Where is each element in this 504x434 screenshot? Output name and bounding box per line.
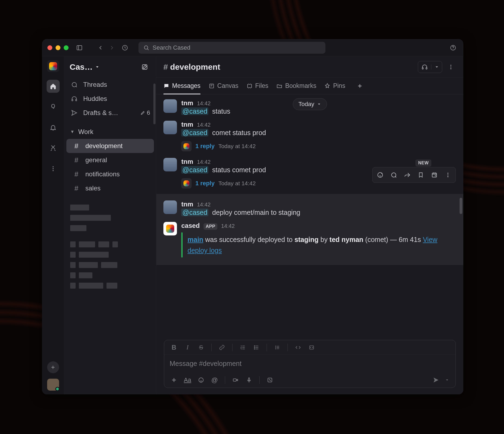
bullet-list-button[interactable]: [251, 342, 262, 353]
send-button[interactable]: [430, 374, 442, 386]
reply-count[interactable]: 1 reply: [195, 180, 215, 187]
automations-tab[interactable]: [47, 142, 60, 155]
app-message[interactable]: cased APP 14:42 main was successfully de…: [156, 219, 463, 260]
message-list: Today tnm 14:42 @cased status: [156, 94, 463, 337]
svg-rect-10: [72, 99, 73, 101]
app-avatar[interactable]: [163, 222, 177, 235]
composer-action-row: Aa @: [164, 372, 455, 388]
tab-files[interactable]: Files: [247, 78, 269, 94]
help-button[interactable]: [448, 43, 458, 53]
channel-title[interactable]: # development: [163, 62, 220, 72]
huddle-button[interactable]: [418, 61, 442, 73]
svg-point-24: [254, 347, 255, 348]
link-button[interactable]: [217, 342, 227, 353]
svg-point-25: [254, 349, 255, 349]
message-author[interactable]: cased: [181, 222, 200, 229]
send-options-button[interactable]: [443, 374, 451, 386]
audio-button[interactable]: [244, 375, 254, 385]
emoji-button[interactable]: [196, 375, 206, 385]
message-time: 14:42: [197, 202, 211, 208]
sidebar-section-work[interactable]: ▼ Work: [64, 125, 156, 139]
sidebar-scrollbar[interactable]: [153, 84, 156, 124]
tab-bookmarks[interactable]: Bookmarks: [276, 78, 316, 94]
message-author[interactable]: tnm: [181, 99, 193, 107]
more-actions-button[interactable]: [441, 168, 454, 181]
mention[interactable]: @cased: [181, 107, 208, 115]
composer-input[interactable]: Message #development: [164, 355, 455, 372]
thread-summary[interactable]: 1 reply Today at 14:42: [156, 139, 463, 155]
avatar[interactable]: [163, 158, 177, 171]
sidebar-toggle-icon[interactable]: [75, 43, 84, 53]
workspace-avatar[interactable]: [47, 60, 59, 72]
message-author[interactable]: tnm: [181, 158, 193, 165]
mention[interactable]: @cased: [181, 166, 208, 174]
share-button[interactable]: [401, 168, 414, 181]
ordered-list-button[interactable]: [237, 342, 248, 353]
chevron-down-icon[interactable]: [431, 65, 442, 69]
italic-button[interactable]: I: [182, 342, 193, 353]
blockquote-button[interactable]: [272, 342, 283, 353]
tab-canvas[interactable]: Canvas: [209, 78, 238, 94]
channel-notifications[interactable]: # notifications: [66, 167, 154, 181]
avatar[interactable]: [163, 99, 177, 113]
forward-button[interactable]: [107, 43, 117, 53]
shortcuts-button[interactable]: [264, 375, 275, 385]
hash-icon: #: [72, 142, 80, 150]
channel-sales[interactable]: # sales: [66, 181, 154, 195]
channel-general[interactable]: # general: [66, 153, 154, 167]
mention[interactable]: @cased: [181, 209, 208, 216]
mention[interactable]: @cased: [181, 129, 208, 136]
code-button[interactable]: [293, 342, 303, 353]
sidebar-item-label: Drafts & s…: [83, 109, 118, 117]
codeblock-button[interactable]: [306, 342, 317, 353]
close-window-button[interactable]: [47, 45, 52, 50]
attach-button[interactable]: [169, 375, 179, 385]
chevron-down-icon: [95, 65, 100, 69]
bookmark-button[interactable]: [414, 168, 427, 181]
formatting-toggle-button[interactable]: Aa: [182, 375, 193, 385]
activity-tab[interactable]: [47, 121, 60, 134]
add-reaction-button[interactable]: [374, 168, 387, 181]
zoom-window-button[interactable]: [64, 45, 69, 50]
deploy-branch-link[interactable]: main: [188, 236, 203, 243]
message-scrollbar[interactable]: [460, 198, 462, 214]
more-tab[interactable]: [47, 162, 60, 175]
channel-development[interactable]: # development: [66, 139, 154, 153]
reply-in-thread-button[interactable]: [387, 168, 400, 181]
svg-point-8: [53, 170, 54, 171]
tab-messages[interactable]: Messages: [163, 78, 201, 94]
message[interactable]: tnm 14:42 @cased deploy comet/main to st…: [156, 198, 463, 219]
create-reminder-button[interactable]: [428, 168, 441, 181]
avatar[interactable]: [163, 121, 177, 134]
format-toolbar: B I S: [164, 340, 455, 355]
date-divider[interactable]: Today: [293, 98, 327, 110]
reply-avatar: [181, 141, 192, 151]
message[interactable]: tnm 14:42 @cased comet status prod: [156, 118, 463, 139]
minimize-window-button[interactable]: [56, 45, 60, 50]
mention-button[interactable]: @: [209, 375, 220, 385]
video-button[interactable]: [230, 375, 241, 385]
search-input[interactable]: Search Cased: [138, 42, 325, 54]
workspace-switcher[interactable]: Cas…: [70, 62, 100, 72]
reply-avatar: [181, 178, 192, 189]
message-author[interactable]: tnm: [181, 121, 193, 128]
channel-settings-button[interactable]: [445, 62, 456, 72]
message-author[interactable]: tnm: [181, 200, 193, 208]
user-avatar[interactable]: [47, 379, 59, 391]
hash-icon: #: [72, 184, 80, 193]
back-button[interactable]: [96, 43, 105, 53]
strikethrough-button[interactable]: S: [196, 342, 206, 353]
add-workspace-button[interactable]: +: [47, 361, 59, 373]
bold-button[interactable]: B: [169, 342, 179, 353]
avatar[interactable]: [163, 200, 177, 214]
compose-button[interactable]: [139, 61, 151, 73]
dms-tab[interactable]: [47, 100, 60, 113]
home-tab[interactable]: [47, 80, 60, 93]
add-tab-button[interactable]: [354, 81, 365, 91]
sidebar-item-drafts[interactable]: Drafts & s… 6: [64, 106, 156, 120]
sidebar-item-threads[interactable]: Threads: [64, 78, 156, 92]
sidebar-item-huddles[interactable]: Huddles: [64, 92, 156, 106]
tab-pins[interactable]: Pins: [324, 78, 345, 94]
reply-count[interactable]: 1 reply: [195, 143, 215, 150]
history-button[interactable]: [120, 43, 130, 53]
